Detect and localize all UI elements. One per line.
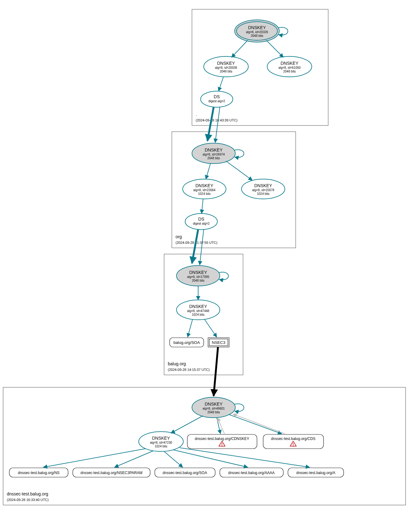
svg-text:DNSKEY: DNSKEY	[189, 304, 207, 309]
zone-balug-name: balug.org	[168, 361, 186, 366]
svg-text:dnssec-test.balug.org/NS: dnssec-test.balug.org/NS	[18, 471, 60, 475]
svg-text:DS: DS	[198, 217, 204, 222]
edge-orgksk-zsk2	[226, 161, 252, 180]
svg-text:alg=8, id=20038: alg=8, id=20038	[215, 66, 237, 69]
svg-text:alg=8, id=17095: alg=8, id=17095	[187, 275, 209, 279]
svg-text:1024 bits: 1024 bits	[155, 445, 168, 448]
node-balug-zsk: DNSKEY alg=8, id=47448 1024 bits	[176, 300, 220, 320]
edge-rootds-orgksk	[215, 107, 220, 143]
edge-dtksk-cds	[229, 415, 282, 434]
svg-text:dnssec-test.balug.org/CDS: dnssec-test.balug.org/CDS	[271, 437, 315, 441]
edge-dtksk-zsk	[171, 416, 203, 433]
svg-text:alg=8, id=47230: alg=8, id=47230	[150, 441, 172, 444]
svg-text:2048 bits: 2048 bits	[207, 411, 220, 414]
edge-orgksk-zsk1	[206, 163, 211, 179]
svg-text:dnssec-test.balug.org/AAAA: dnssec-test.balug.org/AAAA	[228, 471, 275, 475]
svg-text:alg=8, id=23064: alg=8, id=23064	[193, 188, 215, 192]
edge-rootzsk-ds	[219, 77, 224, 91]
edge-balugzsk-nsec3	[204, 319, 217, 337]
rrset-dt-nsec3param: dnssec-test.balug.org/NSEC3PARAM	[73, 468, 150, 477]
svg-text:DNSKEY: DNSKEY	[248, 25, 266, 30]
zone-org-name: org	[176, 234, 182, 239]
edge-rootksk-zsk1	[232, 40, 248, 57]
rrset-dt-aaaa: dnssec-test.balug.org/AAAA	[220, 468, 283, 477]
rrset-dt-a: dnssec-test.balug.org/A	[288, 468, 344, 477]
rrset-balug-nsec3: NSEC3	[208, 338, 229, 347]
zone-root-name: .	[196, 112, 197, 117]
svg-text:DNSKEY: DNSKEY	[205, 402, 223, 407]
svg-text:dnssec-test.balug.org/SOA: dnssec-test.balug.org/SOA	[163, 471, 207, 475]
svg-text:!: !	[293, 442, 294, 447]
svg-text:digest alg=2: digest alg=2	[193, 222, 210, 225]
edge-dtzsk-a	[180, 448, 310, 467]
svg-text:dnssec-test.balug.org/NSEC3PAR: dnssec-test.balug.org/NSEC3PARAM	[80, 471, 142, 475]
svg-text:1024 bits: 1024 bits	[198, 192, 211, 196]
edge-orgzsk-ds	[202, 199, 203, 213]
svg-point-28	[185, 213, 217, 230]
dnssec-auth-graph: . (2024-09-28 10:43:39 UTC) DNSKEY alg=8…	[0, 0, 409, 532]
rrset-dt-soa: dnssec-test.balug.org/SOA	[155, 468, 215, 477]
edge-dtzsk-soa	[164, 451, 183, 467]
svg-text:alg=8, id=20326: alg=8, id=20326	[246, 30, 268, 34]
svg-text:2048 bits: 2048 bits	[207, 156, 220, 160]
zone-balug-time: (2024-09-28 14:15:37 UTC)	[168, 368, 210, 372]
svg-text:DNSKEY: DNSKEY	[281, 61, 298, 66]
rrset-dt-ns: dnssec-test.balug.org/NS	[9, 468, 68, 477]
svg-text:!: !	[221, 442, 223, 447]
svg-text:DNSKEY: DNSKEY	[195, 183, 213, 188]
svg-point-13	[201, 91, 233, 107]
svg-text:alg=8, id=61050: alg=8, id=61050	[278, 66, 301, 69]
node-org-zsk-15678: DNSKEY alg=8, id=15678 1024 bits	[241, 179, 285, 199]
svg-text:alg=8, id=26974: alg=8, id=26974	[202, 153, 225, 156]
svg-text:2048 bits: 2048 bits	[220, 70, 233, 73]
edge-balugnsec3-dtksk	[214, 347, 218, 396]
svg-text:2048 bits: 2048 bits	[192, 279, 205, 282]
svg-text:alg=8, id=49601: alg=8, id=49601	[202, 407, 225, 410]
svg-text:dnssec-test.balug.org/CDNSKEY: dnssec-test.balug.org/CDNSKEY	[195, 437, 249, 441]
svg-text:DNSKEY: DNSKEY	[189, 270, 207, 275]
edge-dtzsk-ns	[43, 449, 146, 467]
node-dt-ksk: DNSKEY alg=8, id=49601 2048 bits	[192, 397, 235, 418]
edge-cds-dtksk-gray	[233, 414, 285, 434]
svg-text:DNSKEY: DNSKEY	[152, 436, 170, 441]
node-org-ksk: DNSKEY alg=8, id=26974 2048 bits	[192, 143, 235, 164]
edge-orgds-balugksk-thick	[192, 229, 198, 263]
svg-text:NSEC3: NSEC3	[212, 340, 225, 345]
svg-text:DNSKEY: DNSKEY	[205, 147, 223, 152]
node-org-zsk-23064: DNSKEY alg=8, id=23064 1024 bits	[183, 179, 226, 199]
svg-text:1024 bits: 1024 bits	[192, 313, 205, 316]
node-root-zsk-20038: DNSKEY alg=8, id=20038 2048 bits	[204, 56, 248, 77]
svg-text:2048 bits: 2048 bits	[283, 70, 296, 73]
svg-text:DNSKEY: DNSKEY	[254, 183, 272, 188]
svg-text:alg=8, id=47448: alg=8, id=47448	[187, 309, 209, 313]
svg-text:dnssec-test.balug.org/A: dnssec-test.balug.org/A	[296, 471, 335, 475]
edge-rootksk-zsk2	[266, 40, 283, 57]
svg-text:DS: DS	[214, 94, 220, 99]
svg-text:2048 bits: 2048 bits	[251, 34, 263, 37]
node-root-ds: DS digest alg=2	[201, 91, 233, 107]
svg-text:balug.org/SOA: balug.org/SOA	[173, 340, 200, 345]
node-org-ds: DS digest alg=2	[185, 213, 217, 230]
zone-dnssectest-time: (2024-09-28 16:33:40 UTC)	[7, 498, 49, 502]
svg-text:1024 bits: 1024 bits	[257, 192, 270, 196]
svg-text:DNSKEY: DNSKEY	[217, 61, 235, 66]
svg-text:alg=8, id=15678: alg=8, id=15678	[252, 188, 274, 192]
rrset-dt-cds: dnssec-test.balug.org/CDS !	[263, 434, 324, 449]
zone-dnssectest-name: dnssec-test.balug.org	[7, 491, 48, 496]
zone-root-time: (2024-09-28 10:43:39 UTC)	[196, 118, 237, 122]
node-root-zsk-61050: DNSKEY alg=8, id=61050 2048 bits	[267, 56, 312, 77]
edge-orgds-balugksk	[200, 229, 204, 265]
edge-rootds-orgksk-thick	[207, 107, 214, 141]
rrset-balug-soa: balug.org/SOA	[170, 338, 204, 347]
rrset-dt-cdnskey: dnssec-test.balug.org/CDNSKEY !	[187, 434, 257, 449]
svg-text:digest alg=2: digest alg=2	[208, 99, 225, 103]
edge-balugzsk-soa	[188, 319, 193, 337]
node-balug-ksk: DNSKEY alg=8, id=17095 2048 bits	[176, 266, 220, 286]
node-root-ksk: DNSKEY alg=8, id=20326 2048 bits	[235, 20, 279, 42]
